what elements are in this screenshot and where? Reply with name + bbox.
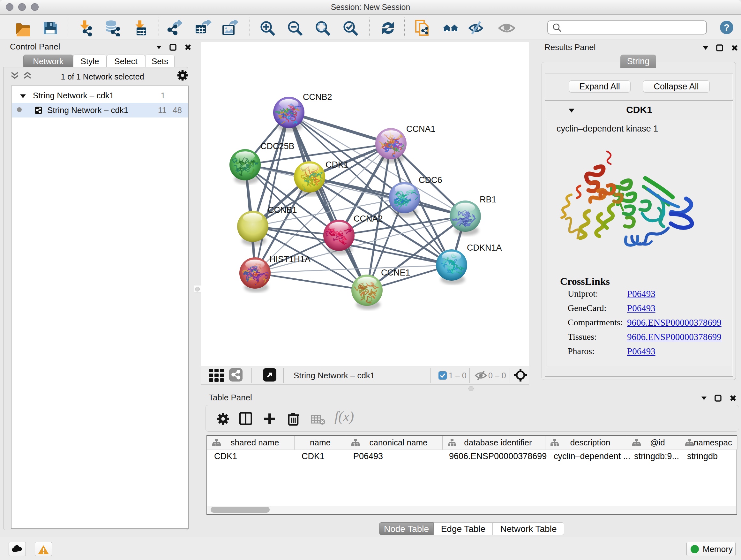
svg-text:RB1: RB1 <box>480 195 496 204</box>
svg-text:CCNA1: CCNA1 <box>406 124 435 134</box>
svg-text:CCNB2: CCNB2 <box>303 92 332 102</box>
svg-text:CDK1: CDK1 <box>326 160 348 170</box>
svg-text:CDKN1A: CDKN1A <box>467 243 502 253</box>
svg-text:CDC6: CDC6 <box>419 175 442 185</box>
svg-text:CCNA2: CCNA2 <box>354 214 383 224</box>
svg-text:HIST1H1A: HIST1H1A <box>269 254 311 264</box>
svg-text:CCNB1: CCNB1 <box>268 205 297 215</box>
svg-text:CCNE1: CCNE1 <box>381 268 410 277</box>
svg-text:CDC25B: CDC25B <box>260 141 294 151</box>
